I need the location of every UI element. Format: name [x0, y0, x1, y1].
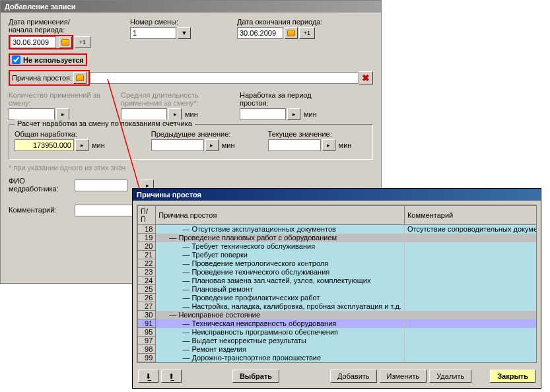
row-reason: — Проведение технического обслуживания — [156, 268, 405, 277]
work-step-button[interactable]: ▸ — [287, 108, 300, 120]
table-row[interactable]: 19— Проведение плановых работ с оборудов… — [138, 234, 537, 242]
comment-label: Комментарий: — [9, 206, 61, 214]
date-start-input[interactable] — [10, 36, 56, 48]
row-number: 27 — [138, 302, 156, 311]
prev-label: Предыдущее значение: — [151, 130, 235, 138]
table-row[interactable]: 91— Техническая неисправность оборудован… — [138, 319, 537, 328]
fio-input[interactable] — [75, 180, 127, 191]
popup-title: Причины простоя — [133, 189, 541, 201]
table-row[interactable]: 99— Дорожно-транспортное происшествие — [138, 354, 537, 362]
col-reason[interactable]: Причина простоя — [156, 206, 405, 225]
table-row[interactable]: 26— Проведение профилактических работ — [138, 294, 537, 302]
row-reason: — Проведение плановых работ с оборудован… — [156, 234, 405, 242]
move-down-button[interactable]: ⬇̲ — [138, 370, 158, 383]
row-reason: — Дорожно-транспортное происшествие — [156, 354, 405, 362]
table-row[interactable]: 25— Плановый ремонт — [138, 285, 537, 294]
row-reason: — Отсутствие эксплуатационных документов — [156, 225, 405, 234]
row-reason: — Настройка, наладка, калибровка, пробна… — [156, 302, 405, 311]
col-comment[interactable]: Комментарий — [404, 206, 537, 225]
row-number: 25 — [138, 285, 156, 294]
reason-input[interactable] — [90, 72, 359, 84]
reason-highlight: Причина простоя: — [9, 70, 90, 86]
count-step-button[interactable]: ▸ — [56, 108, 69, 120]
table-row[interactable]: 95— Неисправность программного обеспечен… — [138, 328, 537, 337]
row-number: 91 — [138, 319, 156, 328]
date-start-picker-button[interactable] — [59, 36, 72, 48]
row-number: 95 — [138, 328, 156, 337]
calc-fieldset: Расчет наработки за смену по показаниям … — [9, 124, 373, 160]
shift-input[interactable] — [130, 27, 176, 39]
row-number: 26 — [138, 294, 156, 302]
shift-dropdown-button[interactable]: ▼ — [178, 27, 191, 39]
row-comment — [404, 294, 537, 302]
table-row[interactable]: 22— Проведение метрологического контроля — [138, 259, 537, 268]
comment-input[interactable] — [75, 205, 134, 216]
select-button[interactable]: Выбрать — [232, 370, 279, 383]
row-number: 97 — [138, 337, 156, 345]
table-row[interactable]: 30— Неисправное состояние — [138, 311, 537, 319]
close-button[interactable]: Закрыть — [490, 370, 535, 383]
row-number: 22 — [138, 259, 156, 268]
table-row[interactable]: 97— Выдает некорректные результаты — [138, 337, 537, 345]
row-reason: — Ремонт изделия — [156, 345, 405, 354]
row-reason: — Неисправное состояние — [156, 311, 405, 319]
reason-clear-button[interactable]: ✖ — [359, 71, 373, 84]
move-up-button[interactable]: ⬆̲ — [161, 370, 182, 383]
row-comment — [404, 277, 537, 285]
row-number: 23 — [138, 268, 156, 277]
curr-input[interactable] — [268, 139, 321, 151]
row-reason: — Требует технического обслуживания — [156, 242, 405, 251]
row-number: 20 — [138, 242, 156, 251]
row-comment — [404, 242, 537, 251]
total-step-button[interactable]: ▸ — [75, 139, 88, 151]
delete-button[interactable]: Удалить — [429, 370, 471, 383]
row-reason: — Техническая неисправность оборудования — [156, 319, 405, 328]
row-number: 30 — [138, 311, 156, 319]
date-start-plus1-button[interactable]: +1 — [75, 36, 90, 48]
work-unit: мин — [304, 110, 317, 118]
row-number: 100 — [138, 362, 156, 364]
row-comment — [404, 345, 537, 354]
table-row[interactable]: 18— Отсутствие эксплуатационных документ… — [138, 225, 537, 234]
row-reason: — Неисправность программного обеспечения — [156, 328, 405, 337]
add-button[interactable]: Добавить — [330, 370, 377, 383]
not-used-label: Не используется — [23, 56, 84, 64]
avg-step-button[interactable]: ▸ — [168, 108, 182, 120]
edit-button[interactable]: Изменить — [380, 370, 427, 383]
not-used-checkbox[interactable] — [12, 55, 20, 64]
date-end-input[interactable] — [237, 27, 283, 39]
row-number: 24 — [138, 277, 156, 285]
row-comment — [404, 234, 537, 242]
table-row[interactable]: 100— Подана заявка на проведение работ п… — [138, 362, 537, 364]
reason-picker-button[interactable] — [73, 72, 86, 84]
row-comment — [404, 337, 537, 345]
table-row[interactable]: 24— Плановая замена зап.частей, узлов, к… — [138, 277, 537, 285]
row-comment — [404, 259, 537, 268]
total-input[interactable] — [15, 139, 74, 151]
curr-label: Текущее значение: — [268, 130, 352, 138]
row-comment — [404, 354, 537, 362]
curr-unit: мин — [339, 141, 352, 149]
date-end-plus1-button[interactable]: +1 — [299, 27, 315, 39]
count-input[interactable] — [9, 108, 55, 120]
table-row[interactable]: 20— Требует технического обслуживания — [138, 242, 537, 251]
prev-step-button[interactable]: ▸ — [205, 139, 219, 151]
curr-step-button[interactable]: ▸ — [322, 139, 335, 151]
prev-input[interactable] — [151, 139, 204, 151]
date-end-picker-button[interactable] — [285, 27, 298, 39]
row-comment — [404, 302, 537, 311]
table-row[interactable]: 98— Ремонт изделия — [138, 345, 537, 354]
row-comment — [404, 319, 537, 328]
work-input[interactable] — [240, 108, 286, 120]
date-start-label: Дата применения/ начала периода: — [9, 18, 90, 34]
table-row[interactable]: 23— Проведение технического обслуживания — [138, 268, 537, 277]
avg-input[interactable] — [121, 108, 167, 120]
avg-label: Средняя длительность применения за смену… — [121, 91, 226, 107]
col-num[interactable]: П/П — [138, 206, 156, 225]
table-row[interactable]: 21— Требует поверки — [138, 251, 537, 259]
reasons-popup: Причины простоя П/П Причина простоя Комм… — [132, 188, 541, 389]
row-comment — [404, 328, 537, 337]
row-reason: — Проведение профилактических работ — [156, 294, 405, 302]
reasons-grid[interactable]: П/П Причина простоя Комментарий 18— Отсу… — [137, 205, 537, 363]
table-row[interactable]: 27— Настройка, наладка, калибровка, проб… — [138, 302, 537, 311]
